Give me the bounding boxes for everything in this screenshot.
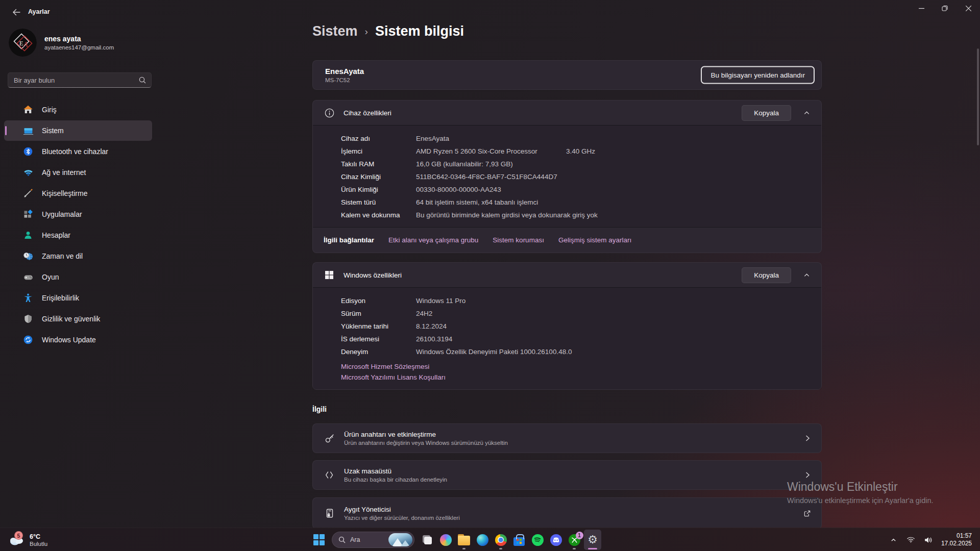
services-agreement-link[interactable]: Microsoft Hizmet Sözleşmesi	[341, 361, 821, 372]
chevron-up-icon[interactable]	[803, 110, 810, 116]
sidebar-item-personalization[interactable]: Kişiselleştirme	[4, 183, 152, 204]
microsoft-store-button[interactable]	[510, 530, 528, 550]
activation-card[interactable]: Ürün anahtarı ve etkinleştirme Ürün anah…	[312, 423, 822, 453]
edge-icon	[477, 534, 488, 546]
sidebar-item-accessibility[interactable]: Erişilebilirlik	[4, 288, 152, 308]
windows-features-body: Edisyon Windows 11 Pro Sürüm 24H2 Yüklen…	[313, 287, 821, 389]
property-value: AMD Ryzen 5 2600 Six-Core Processor	[416, 147, 537, 155]
file-explorer-icon	[458, 536, 470, 545]
property-label: Edisyon	[341, 297, 416, 305]
rename-pc-button[interactable]: Bu bilgisayarı yeniden adlandır	[701, 66, 815, 84]
sidebar-item-home[interactable]: Giriş	[4, 99, 152, 120]
weather-widget[interactable]: 5 6°C Bulutlu	[5, 530, 51, 549]
search-highlight-weather-image	[388, 533, 412, 546]
sidebar-nav: Giriş Sistem Bluetooth ve cihazlar Ağ ve…	[4, 99, 152, 350]
home-icon	[22, 104, 34, 115]
advanced-system-settings-link[interactable]: Gelişmiş sistem ayarları	[558, 236, 631, 244]
device-properties-body: Cihaz adı EnesAyata İşlemci AMD Ryzen 5 …	[313, 125, 821, 227]
property-row: Edisyon Windows 11 Pro	[313, 294, 821, 307]
minimize-button[interactable]	[910, 0, 933, 16]
system-protection-link[interactable]: Sistem koruması	[493, 236, 544, 244]
start-button[interactable]	[310, 530, 328, 550]
sidebar-item-gaming[interactable]: Oyun	[4, 267, 152, 287]
restore-button[interactable]	[933, 0, 957, 16]
bluetooth-icon	[22, 146, 34, 157]
property-row: İşlemci AMD Ryzen 5 2600 Six-Core Proces…	[313, 145, 821, 158]
property-label: Takılı RAM	[341, 160, 416, 168]
volume-icon[interactable]	[921, 531, 936, 548]
sidebar-item-accounts[interactable]: Hesaplar	[4, 225, 152, 245]
remote-desktop-card-title: Uzak masaüstü	[344, 467, 447, 475]
sidebar-item-system[interactable]: Sistem	[4, 120, 152, 141]
property-label: Cihaz adı	[341, 135, 416, 142]
copy-device-properties-button[interactable]: Kopyala	[742, 105, 791, 121]
spotify-icon	[532, 534, 544, 546]
settings-window: Ayarlar E A	[0, 0, 980, 528]
edge-button[interactable]	[474, 530, 491, 550]
taskbar-search-label: Ara	[350, 536, 388, 543]
sidebar-item-label: Kişiselleştirme	[42, 189, 87, 197]
remote-desktop-card[interactable]: Uzak masaüstü Bu cihazı başka bir cihazd…	[312, 460, 822, 490]
property-row: Kalem ve dokunma Bu görüntü biriminde ka…	[313, 209, 821, 221]
scrollbar[interactable]	[977, 48, 979, 145]
domain-workgroup-link[interactable]: Etki alanı veya çalışma grubu	[388, 236, 478, 244]
property-row: Cihaz adı EnesAyata	[313, 132, 821, 145]
sidebar-item-network[interactable]: Ağ ve internet	[4, 162, 152, 183]
page-title: Sistem bilgisi	[375, 23, 464, 39]
license-terms-link[interactable]: Microsoft Yazılımı Lisans Koşulları	[341, 372, 821, 383]
apps-icon	[22, 209, 34, 220]
breadcrumb: Sistem › Sistem bilgisi	[312, 23, 464, 39]
copilot-button[interactable]	[437, 530, 454, 550]
related-section-title: İlgili	[312, 405, 327, 413]
task-view-button[interactable]	[419, 530, 436, 550]
property-label: Kalem ve dokunma	[341, 211, 416, 219]
windows-features-card: Windows özellikleri Kopyala Edisyon Wind…	[312, 262, 822, 390]
device-manager-card-text: Aygıt Yöneticisi Yazıcı ve diğer sürücül…	[344, 506, 460, 521]
taskbar-search[interactable]: Ara	[332, 532, 414, 548]
property-value: 26100.3194	[416, 335, 452, 343]
chrome-button[interactable]	[492, 530, 509, 550]
property-value: 16,0 GB (kullanılabilir: 7,93 GB)	[416, 160, 513, 168]
property-value: Windows Özellik Deneyimi Paketi 1000.261…	[416, 348, 572, 356]
sidebar-item-label: Windows Update	[42, 336, 96, 344]
activation-card-title: Ürün anahtarı ve etkinleştirme	[344, 431, 508, 438]
device-properties-card: Cihaz özellikleri Kopyala Cihaz adı Enes…	[312, 100, 822, 253]
wifi-icon[interactable]	[903, 531, 919, 548]
file-explorer-button[interactable]	[455, 530, 473, 550]
search-input[interactable]	[8, 77, 139, 84]
external-link-icon	[803, 510, 811, 517]
sidebar-item-privacy[interactable]: Gizlilik ve güvenlik	[4, 309, 152, 329]
property-label: Sürüm	[341, 310, 416, 317]
xbox-button[interactable]: 1	[566, 530, 583, 550]
settings-button[interactable]: ⚙	[584, 530, 601, 550]
discord-icon	[550, 534, 562, 546]
taskbar-apps: Ara	[310, 530, 601, 550]
windows-features-header[interactable]: Windows özellikleri Kopyala	[313, 263, 821, 287]
sidebar-item-bluetooth[interactable]: Bluetooth ve cihazlar	[4, 141, 152, 162]
settings-gear-icon: ⚙	[587, 534, 598, 545]
copy-windows-features-button[interactable]: Kopyala	[742, 267, 791, 283]
property-row: Sürüm 24H2	[313, 307, 821, 320]
clock[interactable]: 01:57 17.02.2025	[938, 532, 975, 547]
sidebar-item-time-language[interactable]: Zaman ve dil	[4, 246, 152, 266]
windows-start-icon	[313, 534, 325, 545]
close-button[interactable]	[957, 0, 980, 16]
back-button[interactable]	[9, 6, 23, 18]
property-value: Bu görüntü biriminde kalem girdisi veya …	[416, 211, 598, 219]
discord-button[interactable]	[547, 530, 565, 550]
chevron-up-icon[interactable]	[803, 272, 810, 279]
tray-chevron-up-icon[interactable]	[886, 531, 901, 548]
windows-features-title: Windows özellikleri	[344, 271, 402, 279]
breadcrumb-parent[interactable]: Sistem	[312, 23, 358, 39]
user-profile[interactable]: E A enes ayata ayataenes147@gmail.com	[9, 29, 114, 57]
sidebar-item-label: Ağ ve internet	[42, 168, 86, 177]
sidebar-item-label: Oyun	[42, 273, 59, 281]
settings-search	[8, 72, 152, 88]
sidebar-item-apps[interactable]: Uygulamalar	[4, 204, 152, 224]
property-row: İS derlemesi 26100.3194	[313, 333, 821, 345]
spotify-button[interactable]	[529, 530, 546, 550]
property-row: Deneyim Windows Özellik Deneyimi Paketi …	[313, 345, 821, 358]
device-manager-card[interactable]: Aygıt Yöneticisi Yazıcı ve diğer sürücül…	[312, 497, 822, 528]
sidebar-item-windows-update[interactable]: Windows Update	[4, 330, 152, 350]
device-properties-header[interactable]: Cihaz özellikleri Kopyala	[313, 101, 821, 125]
